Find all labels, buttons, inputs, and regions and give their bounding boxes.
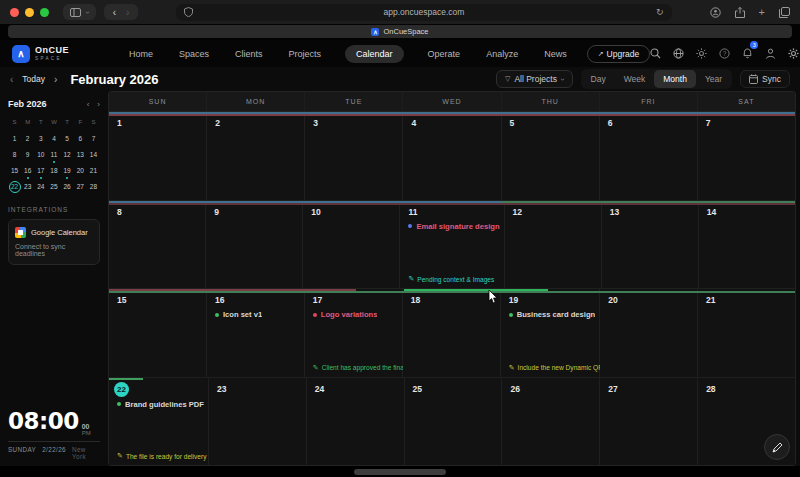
compose-fab-button[interactable] (764, 434, 790, 460)
day-cell-4[interactable]: 4 (403, 112, 501, 200)
mini-day-23[interactable]: 23 (22, 181, 34, 193)
browser-forward-button[interactable]: › (126, 7, 129, 18)
mini-day-22[interactable]: 22 (9, 181, 21, 193)
today-button[interactable]: Today (22, 74, 45, 84)
day-cell-13[interactable]: 13 (602, 201, 699, 289)
day-cell-5[interactable]: 5 (502, 112, 600, 200)
day-cell-18[interactable]: 18 (403, 289, 501, 377)
nav-item-projects[interactable]: Projects (287, 46, 324, 62)
nav-item-spaces[interactable]: Spaces (177, 46, 211, 62)
day-cell-14[interactable]: 14 (699, 201, 795, 289)
help-icon[interactable]: ? (719, 48, 730, 59)
project-filter-button[interactable]: ▽ All Projects › (496, 70, 573, 88)
share-icon[interactable] (735, 7, 745, 18)
browser-back-button[interactable]: ‹ (113, 7, 116, 18)
zoom-window-button[interactable] (40, 8, 49, 17)
nav-item-news[interactable]: News (542, 46, 569, 62)
address-bar[interactable]: app.oncuespace.com ↻ (176, 4, 671, 21)
day-cell-22[interactable]: 22Brand guidelines PDF✎The file is ready… (109, 378, 209, 466)
day-cell-23[interactable]: 23 (209, 378, 307, 466)
sidebar-toggle[interactable]: › (63, 4, 96, 20)
mini-day-14[interactable]: 14 (87, 149, 99, 161)
mini-day-16[interactable]: 16 (22, 165, 34, 177)
day-cell-2[interactable]: 2 (207, 112, 305, 200)
google-calendar-integration-card[interactable]: Google Calendar Connect to sync deadline… (8, 219, 100, 265)
mini-day-28[interactable]: 28 (87, 181, 99, 193)
nav-item-home[interactable]: Home (127, 46, 155, 62)
mini-day-27[interactable]: 27 (74, 181, 86, 193)
tab-overview-icon[interactable] (779, 7, 790, 18)
day-cell-6[interactable]: 6 (600, 112, 698, 200)
day-cell-17[interactable]: 17Logo variations✎Client has approved th… (305, 289, 403, 377)
close-window-button[interactable] (10, 8, 19, 17)
nav-item-clients[interactable]: Clients (233, 46, 265, 62)
view-button-week[interactable]: Week (615, 70, 655, 88)
mini-day-2[interactable]: 2 (22, 133, 34, 145)
day-cell-7[interactable]: 7 (698, 112, 795, 200)
app-logo[interactable]: ∧ OnCUE SPACE (12, 45, 69, 63)
notifications-button[interactable]: 3 (742, 45, 753, 63)
mini-prev-button[interactable]: ‹ (87, 100, 90, 109)
event-item[interactable]: Business card design (509, 310, 596, 319)
upgrade-button[interactable]: ↗ Upgrade (587, 45, 650, 63)
dock-handle[interactable] (354, 469, 446, 475)
next-month-button[interactable]: › (54, 74, 57, 85)
mini-day-13[interactable]: 13 (74, 149, 86, 161)
day-cell-1[interactable]: 1 (109, 112, 207, 200)
browser-tab[interactable]: ∧ OnCueSpace (8, 25, 792, 38)
minimize-window-button[interactable] (25, 8, 34, 17)
mini-day-1[interactable]: 1 (9, 133, 21, 145)
mini-day-5[interactable]: 5 (61, 133, 73, 145)
day-cell-12[interactable]: 12 (505, 201, 602, 289)
nav-item-analyze[interactable]: Analyze (484, 46, 520, 62)
deadline-note[interactable]: ✎The file is ready for delivery (117, 452, 207, 460)
day-cell-3[interactable]: 3 (305, 112, 403, 200)
nav-item-calendar[interactable]: Calendar (345, 45, 404, 63)
mini-day-4[interactable]: 4 (48, 133, 60, 145)
mini-day-11[interactable]: 11 (48, 149, 60, 161)
event-item[interactable]: Email signature design (408, 222, 499, 231)
day-cell-25[interactable]: 25 (405, 378, 503, 466)
reload-icon[interactable]: ↻ (656, 7, 664, 17)
view-button-year[interactable]: Year (696, 70, 731, 88)
mini-day-17[interactable]: 17 (35, 165, 47, 177)
day-cell-21[interactable]: 21 (698, 289, 795, 377)
window-controls[interactable] (10, 8, 49, 17)
day-cell-11[interactable]: 11Email signature design✎Pending context… (400, 201, 504, 289)
mini-day-6[interactable]: 6 (74, 133, 86, 145)
privacy-report-icon[interactable] (710, 7, 721, 18)
day-cell-9[interactable]: 9 (206, 201, 303, 289)
theme-sun-icon[interactable] (696, 48, 707, 59)
view-button-day[interactable]: Day (582, 70, 615, 88)
mini-day-7[interactable]: 7 (87, 133, 99, 145)
day-cell-19[interactable]: 19Business card design✎Include the new D… (501, 289, 601, 377)
mini-day-20[interactable]: 20 (74, 165, 86, 177)
mini-day-26[interactable]: 26 (61, 181, 73, 193)
day-cell-15[interactable]: 15 (109, 289, 207, 377)
day-cell-27[interactable]: 27 (600, 378, 698, 466)
view-button-month[interactable]: Month (654, 70, 696, 88)
day-cell-16[interactable]: 16Icon set v1 (207, 289, 305, 377)
day-cell-8[interactable]: 8 (109, 201, 206, 289)
mini-day-8[interactable]: 8 (9, 149, 21, 161)
event-item[interactable]: Logo variations (313, 310, 398, 319)
mini-day-21[interactable]: 21 (87, 165, 99, 177)
mini-day-9[interactable]: 9 (22, 149, 34, 161)
new-tab-icon[interactable]: + (759, 6, 765, 18)
day-cell-10[interactable]: 10 (303, 201, 400, 289)
mini-next-button[interactable]: › (97, 100, 100, 109)
day-cell-26[interactable]: 26 (502, 378, 600, 466)
mini-day-24[interactable]: 24 (35, 181, 47, 193)
user-icon[interactable] (765, 48, 776, 59)
nav-item-operate[interactable]: Operate (426, 46, 463, 62)
mini-day-12[interactable]: 12 (61, 149, 73, 161)
sync-button[interactable]: Sync (740, 70, 790, 88)
search-icon[interactable] (650, 48, 661, 59)
mini-day-19[interactable]: 19 (61, 165, 73, 177)
day-cell-24[interactable]: 24 (307, 378, 405, 466)
mini-day-25[interactable]: 25 (48, 181, 60, 193)
globe-icon[interactable] (673, 48, 684, 59)
deadline-note[interactable]: ✎Pending context & Images (408, 275, 494, 283)
day-cell-20[interactable]: 20 (600, 289, 698, 377)
prev-month-button[interactable]: ‹ (10, 74, 13, 85)
